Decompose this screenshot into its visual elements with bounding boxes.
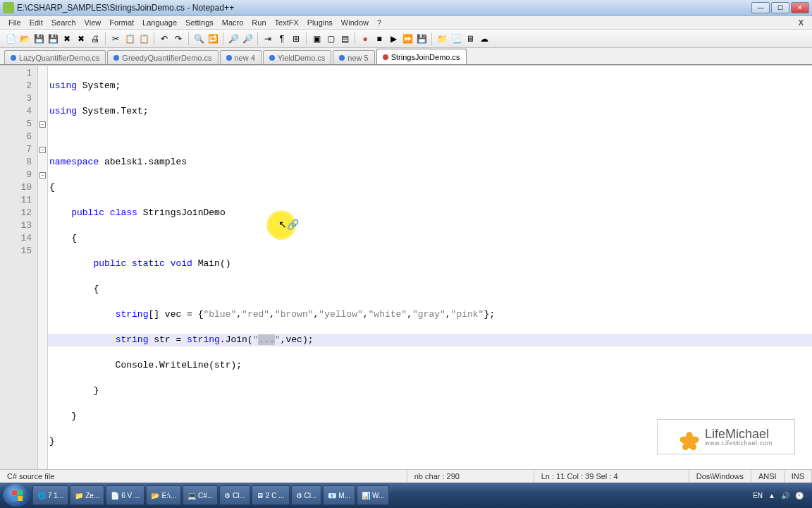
save-all-icon[interactable]: 💾 (47, 32, 59, 45)
redo-icon[interactable]: ↷ (172, 32, 185, 45)
window-title: E:\CSHARP_SAMPLES\StringsJoinDemo.cs - N… (17, 3, 751, 13)
cut-icon[interactable]: ✂ (109, 32, 122, 45)
menu-format[interactable]: Format (105, 17, 138, 28)
toolbar-separator (431, 32, 432, 45)
menu-edit[interactable]: Edit (25, 17, 47, 28)
status-insert-mode: INS (785, 470, 812, 483)
undo-icon[interactable]: ↶ (158, 32, 171, 45)
tab-lazy-quantifier[interactable]: LazyQuantifierDemo.cs (4, 50, 106, 64)
zoom-out-icon[interactable]: 🔎 (241, 32, 254, 45)
document-tabs: LazyQuantifierDemo.cs GreedyQuantifierDe… (0, 48, 812, 65)
stop-macro-icon[interactable]: ■ (373, 32, 386, 45)
menu-window[interactable]: Window (337, 17, 373, 28)
status-eol: Dos\Windows (689, 470, 751, 483)
find-icon[interactable]: 🔍 (192, 32, 205, 45)
taskbar-item[interactable]: ⚙Cl... (291, 485, 322, 505)
start-button[interactable] (3, 484, 31, 507)
cloud-icon[interactable]: ☁ (478, 32, 491, 45)
wrap-icon[interactable]: ⇥ (262, 32, 274, 45)
line-number: 11 (0, 194, 37, 207)
taskbar-item[interactable]: 📊W... (357, 485, 389, 505)
menu-plugins[interactable]: Plugins (303, 17, 337, 28)
tab-new-4[interactable]: new 4 (220, 50, 262, 64)
open-file-icon[interactable]: 📂 (18, 32, 31, 45)
menu-search[interactable]: Search (47, 17, 80, 28)
volume-icon[interactable]: 🔊 (781, 492, 789, 500)
zoom-in-icon[interactable]: 🔎 (227, 32, 240, 45)
close-button[interactable]: ✕ (791, 2, 809, 13)
selected-text: ... (258, 334, 274, 345)
menu-macro[interactable]: Macro (218, 17, 248, 28)
line-number: 4 (0, 105, 37, 118)
fold-toggle-icon[interactable]: − (39, 121, 46, 128)
taskbar-item[interactable]: 🖥2 C ... (252, 485, 290, 505)
play-macro-icon[interactable]: ▶ (387, 32, 400, 45)
copy-icon[interactable]: 📋 (123, 32, 136, 45)
fold-toggle-icon[interactable]: − (39, 147, 46, 153)
status-encoding: ANSI (751, 470, 785, 483)
close-all-icon[interactable]: ✖ (75, 32, 87, 45)
tab-yield-demo[interactable]: YieldDemo.cs (263, 50, 331, 64)
show-all-chars-icon[interactable]: ¶ (276, 32, 288, 45)
menu-settings[interactable]: Settings (181, 17, 218, 28)
tab-status-icon (226, 55, 232, 61)
save-macro-icon[interactable]: 💾 (415, 32, 428, 45)
indent-guide-icon[interactable]: ⊞ (290, 32, 302, 45)
language-indicator[interactable]: EN (753, 492, 763, 500)
status-bar: C# source file nb char : 290 Ln : 11 Col… (0, 469, 812, 483)
fold-icon[interactable]: ▣ (310, 32, 323, 45)
menu-help[interactable]: ? (373, 17, 386, 28)
monitor-icon[interactable]: 🖥 (464, 32, 476, 45)
fold-level-icon[interactable]: ▤ (338, 32, 351, 45)
menu-file[interactable]: File (4, 17, 25, 28)
tab-new-5[interactable]: new 5 (333, 50, 374, 64)
unfold-icon[interactable]: ▢ (324, 32, 337, 45)
line-number: 1 (0, 67, 37, 80)
toolbar-separator (105, 32, 106, 45)
clock-icon[interactable]: 🕙 (795, 492, 804, 500)
windows-taskbar: 🌐7 1... 📁Ze... 📄6 V ... 📂E:\... 💻C#... ⚙… (0, 483, 812, 508)
folder-icon[interactable]: 📁 (436, 32, 448, 45)
tab-strings-join-demo[interactable]: StringsJoinDemo.cs (376, 49, 467, 64)
menu-language[interactable]: Language (138, 17, 181, 28)
menu-textfx[interactable]: TextFX (271, 17, 303, 28)
line-number: 6 (0, 131, 37, 143)
menu-view[interactable]: View (80, 17, 106, 28)
tab-greedy-quantifier[interactable]: GreedyQuantifierDemo.cs (107, 50, 218, 64)
play-repeat-icon[interactable]: ⏩ (401, 32, 414, 45)
taskbar-item[interactable]: ⚙Cl... (219, 485, 250, 505)
new-file-icon[interactable]: 📄 (4, 32, 17, 45)
maximize-button[interactable]: ☐ (771, 2, 789, 13)
line-number: 5 (0, 118, 37, 131)
paste-icon[interactable]: 📋 (137, 32, 150, 45)
window-titlebar: E:\CSHARP_SAMPLES\StringsJoinDemo.cs - N… (0, 0, 812, 16)
doc-icon[interactable]: 📃 (450, 32, 462, 45)
tab-label: new 5 (347, 54, 368, 62)
tray-expand-icon[interactable]: ▲ (768, 492, 775, 500)
print-icon[interactable]: 🖨 (89, 32, 102, 45)
record-macro-icon[interactable]: ● (359, 32, 371, 45)
taskbar-item[interactable]: 💻C#... (183, 485, 218, 505)
taskbar-item[interactable]: 📂E:\... (146, 485, 181, 505)
minimize-button[interactable]: — (751, 2, 770, 13)
document-close-button[interactable]: X (794, 18, 808, 27)
tab-label: new 4 (235, 54, 255, 62)
menu-run[interactable]: Run (247, 17, 270, 28)
taskbar-item[interactable]: 📧M... (323, 485, 355, 505)
replace-icon[interactable]: 🔁 (207, 32, 219, 45)
close-file-icon[interactable]: ✖ (61, 32, 73, 45)
watermark-name: LifeMichael (705, 428, 773, 440)
taskbar-item[interactable]: 📁Ze... (70, 485, 104, 505)
line-number: 8 (0, 156, 37, 169)
windows-logo-icon (12, 490, 23, 501)
fold-toggle-icon[interactable]: − (39, 172, 46, 179)
tab-label: LazyQuantifierDemo.cs (19, 54, 99, 62)
toolbar: 📄 📂 💾 💾 ✖ ✖ 🖨 ✂ 📋 📋 ↶ ↷ 🔍 🔁 🔎 🔎 ⇥ ¶ ⊞ ▣ … (0, 30, 812, 48)
tab-status-icon (113, 55, 119, 61)
save-icon[interactable]: 💾 (32, 32, 45, 45)
taskbar-item[interactable]: 🌐7 1... (32, 485, 68, 505)
watermark-url: www.LifeMichael.com (705, 440, 773, 447)
taskbar-item[interactable]: 📄6 V ... (106, 485, 144, 505)
watermark-logo: LifeMichael www.LifeMichael.com (657, 419, 795, 454)
window-controls: — ☐ ✕ (751, 2, 809, 13)
